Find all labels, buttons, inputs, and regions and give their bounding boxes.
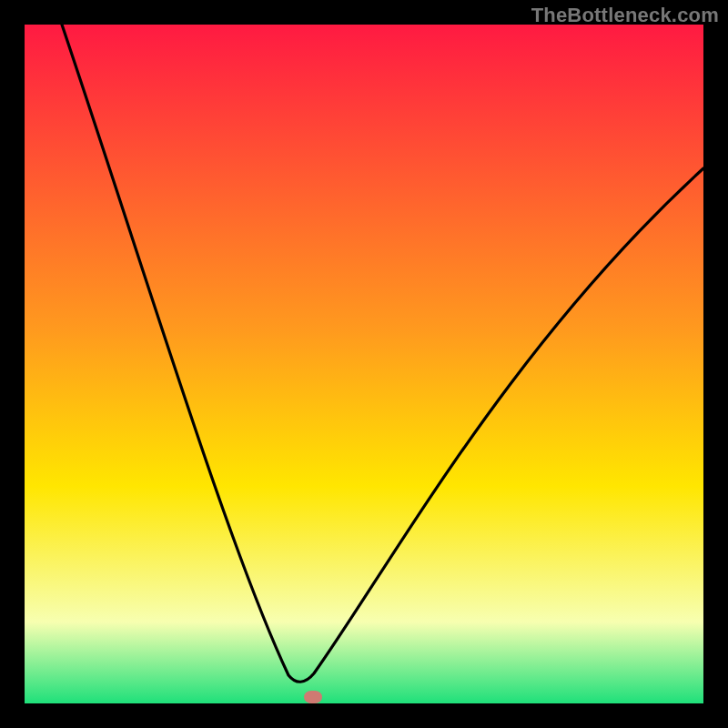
optimal-marker xyxy=(304,691,322,703)
chart-frame: TheBottleneck.com xyxy=(0,0,728,728)
bottleneck-curve xyxy=(62,25,703,682)
curve-layer xyxy=(0,0,728,728)
watermark-text: TheBottleneck.com xyxy=(531,4,719,27)
